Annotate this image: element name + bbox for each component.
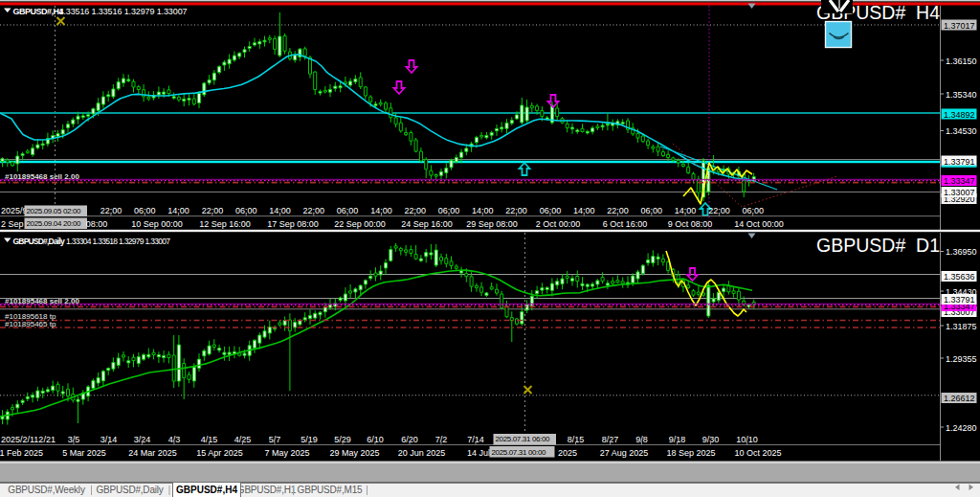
svg-text:14 Oct 00:00: 14 Oct 00:00 [734,219,784,229]
svg-text:1.33304 1.33518 1.32979 1.3300: 1.33304 1.33518 1.32979 1.33007 [66,237,170,246]
svg-text:1.33791: 1.33791 [944,157,975,167]
svg-text:2025/2/112/21: 2025/2/112/21 [1,435,56,444]
svg-text:24 Mar 2025: 24 Mar 2025 [128,448,177,458]
svg-text:1.33791: 1.33791 [944,295,975,305]
svg-text:1.31875: 1.31875 [946,322,977,331]
svg-text:#101895468 sell 2.00: #101895468 sell 2.00 [5,172,79,181]
svg-text:29 Sep 08:00: 29 Sep 08:00 [466,219,518,229]
svg-text:1.35340: 1.35340 [946,90,977,100]
svg-text:GBPUSD#,Daily: GBPUSD#,Daily [96,485,163,495]
svg-text:1.35636: 1.35636 [944,272,975,282]
svg-text:1.29355: 1.29355 [946,354,977,364]
svg-text:#101895465 tp: #101895465 tp [5,320,56,328]
svg-text:1.36150: 1.36150 [946,56,977,66]
svg-text:22 Sep 00:00: 22 Sep 00:00 [334,219,386,229]
svg-text:15 Apr 2025: 15 Apr 2025 [196,448,243,458]
svg-text:1.33007: 1.33007 [944,188,975,197]
svg-text:GBPUSD#,M15: GBPUSD#,M15 [298,485,363,495]
svg-text:10 Sep 00:00: 10 Sep 00:00 [131,219,183,229]
svg-text:9 Oct 08:00: 9 Oct 08:00 [668,219,713,229]
svg-text:1.24280: 1.24280 [946,423,977,433]
svg-text:11 Feb 2025: 11 Feb 2025 [0,448,43,458]
svg-text:1.33516 1.33516 1.32979 1.3300: 1.33516 1.33516 1.32979 1.33007 [59,7,188,16]
svg-text:GBPUSD# D1: GBPUSD# D1 [816,235,940,256]
svg-text:18 Sep 2025: 18 Sep 2025 [666,448,715,458]
svg-text:2025.07.31 00:00: 2025.07.31 00:00 [492,448,547,457]
svg-text:2025.09.05 02:00: 2025.09.05 02:00 [27,207,82,215]
svg-text:2025.09.04 20:00: 2025.09.04 20:00 [27,219,82,228]
svg-text:2025/9: 2025/9 [1,206,28,215]
svg-text:GBPUSD#,H1: GBPUSD#,H1 [237,485,297,495]
svg-text:1.33347: 1.33347 [944,176,975,186]
svg-text:1.26612: 1.26612 [944,394,975,403]
svg-text:27 Aug 2025: 27 Aug 2025 [600,448,649,458]
svg-text:12 Sep 16:00: 12 Sep 16:00 [199,219,251,229]
svg-text:6 Oct 16:00: 6 Oct 16:00 [603,219,648,229]
svg-text:2025: 2025 [558,448,577,458]
svg-text:GBPUSD#,H4: GBPUSD#,H4 [176,485,237,495]
svg-text:1.34892: 1.34892 [944,110,975,120]
svg-text:1.36950: 1.36950 [946,247,977,257]
svg-text:GBPUSD#,Weekly: GBPUSD#,Weekly [8,485,85,495]
svg-text:GBPUSD#,Daily: GBPUSD#,Daily [13,237,65,246]
svg-text:1.34530: 1.34530 [946,126,977,136]
svg-text:2025.07.31 06:00: 2025.07.31 06:00 [496,435,551,443]
svg-text:1.37017: 1.37017 [944,21,975,31]
svg-text:2 Oct 00:00: 2 Oct 00:00 [536,219,581,229]
svg-text:14 Jul: 14 Jul [467,448,490,458]
svg-text:17 Sep 08:00: 17 Sep 08:00 [267,219,319,229]
svg-text:5 Mar 2025: 5 Mar 2025 [62,448,106,458]
svg-text:#101895468 sell 2.00: #101895468 sell 2.00 [5,297,79,305]
svg-text:08:00: 08:00 [86,219,108,229]
svg-text:24 Sep 16:00: 24 Sep 16:00 [401,219,453,229]
svg-text:20 Jun 2025: 20 Jun 2025 [398,448,446,458]
svg-text:GBPUSD#,H4: GBPUSD#,H4 [13,7,64,16]
svg-text:10 Oct 2025: 10 Oct 2025 [734,448,781,458]
svg-text:29 May 2025: 29 May 2025 [329,448,379,458]
svg-text:7 May 2025: 7 May 2025 [264,448,309,458]
